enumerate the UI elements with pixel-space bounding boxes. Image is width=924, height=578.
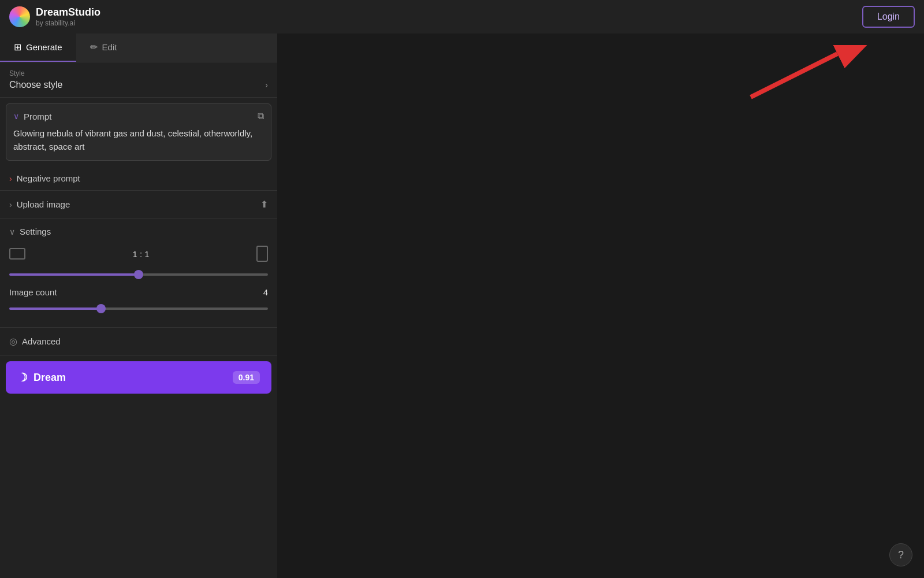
settings-header[interactable]: ∨ Settings [9,227,268,236]
upload-left: › Upload image [9,199,70,209]
app-header: DreamStudio by stability.ai Login [0,0,924,34]
style-selector[interactable]: Choose style › [9,80,268,90]
dream-button-left: ☽ Dream [17,370,66,384]
sidebar: ⊞ Generate ✏ Edit Style Choose style › ∨… [0,34,277,578]
login-button[interactable]: Login [862,6,915,28]
image-count-label: Image count [9,287,57,297]
svg-line-1 [751,54,837,97]
dream-label: Dream [33,372,66,384]
image-count-value: 4 [263,287,268,297]
settings-section: ∨ Settings 1 : 1 Image count 4 [0,218,277,328]
header-title-block: DreamStudio by stability.ai [36,6,100,27]
settings-label: Settings [20,227,51,236]
arrow-annotation [705,45,878,117]
app-logo [9,6,30,27]
upload-expand-icon: › [9,200,12,209]
prompt-text[interactable]: Glowing nebula of vibrant gas and dust, … [13,127,264,153]
upload-label: Upload image [17,199,70,209]
advanced-label: Advanced [22,336,61,346]
app-title: DreamStudio [36,6,100,19]
aspect-ratio-row: 1 : 1 [9,246,268,262]
prompt-section: ∨ Prompt ⧉ Glowing nebula of vibrant gas… [6,103,271,161]
landscape-icon [9,248,25,260]
copy-icon[interactable]: ⧉ [258,111,264,121]
portrait-icon [256,246,268,262]
aspect-ratio-value: 1 : 1 [132,249,149,259]
image-count-slider[interactable] [9,307,268,310]
chevron-right-icon: › [265,80,268,90]
tabs-bar: ⊞ Generate ✏ Edit [0,34,277,62]
style-section: Style Choose style › [0,62,277,98]
aspect-ratio-slider-container [9,268,268,278]
header-left: DreamStudio by stability.ai [9,6,100,27]
help-button[interactable]: ? [889,543,912,566]
style-value: Choose style [9,80,63,90]
upload-icon: ⬆ [260,199,268,210]
generate-icon: ⊞ [14,42,21,53]
prompt-label: Prompt [24,112,51,121]
app-subtitle: by stability.ai [36,19,100,27]
negative-prompt-expand-icon: › [9,174,12,183]
content-area: ? [277,34,924,578]
moon-icon: ☽ [17,370,28,384]
image-count-row: Image count 4 [9,287,268,297]
style-section-label: Style [9,69,268,77]
main-area: ⊞ Generate ✏ Edit Style Choose style › ∨… [0,34,924,578]
tab-edit-label: Edit [102,42,117,52]
dream-version: 0.91 [233,371,260,384]
tab-generate-label: Generate [26,42,62,52]
negative-prompt-label: Negative prompt [17,173,80,183]
prompt-header: ∨ Prompt ⧉ [13,111,264,121]
eye-icon: ◎ [9,336,17,347]
edit-icon: ✏ [90,42,98,53]
negative-prompt-section[interactable]: › Negative prompt [0,166,277,191]
prompt-expand-icon[interactable]: ∨ [13,112,19,121]
upload-image-section[interactable]: › Upload image ⬆ [0,191,277,218]
tab-edit[interactable]: ✏ Edit [76,34,131,62]
advanced-section[interactable]: ◎ Advanced [0,328,277,355]
prompt-header-left: ∨ Prompt [13,112,51,121]
settings-expand-icon: ∨ [9,227,15,236]
help-icon: ? [898,549,904,561]
tab-generate[interactable]: ⊞ Generate [0,34,76,62]
aspect-ratio-slider[interactable] [9,273,268,276]
dream-button[interactable]: ☽ Dream 0.91 [6,361,271,394]
